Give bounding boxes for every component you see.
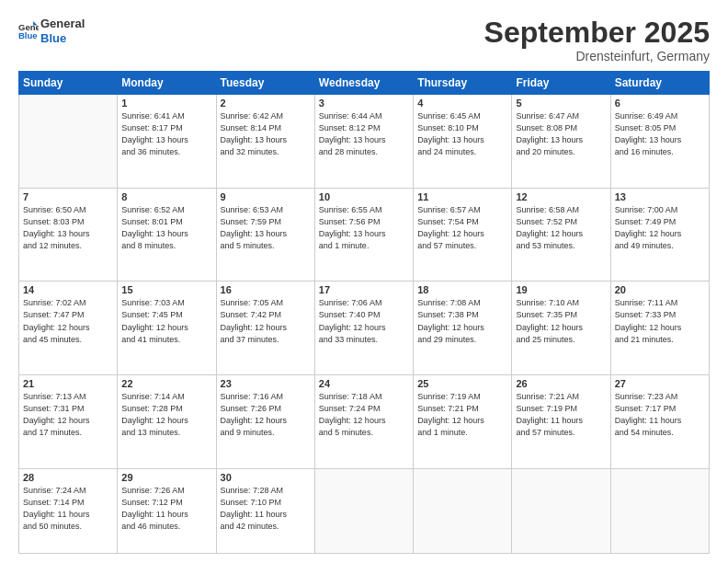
calendar-cell: 7Sunrise: 6:50 AM Sunset: 8:03 PM Daylig… bbox=[19, 188, 118, 282]
day-number: 3 bbox=[319, 98, 409, 109]
day-detail: Sunrise: 7:05 AM Sunset: 7:42 PM Dayligh… bbox=[221, 297, 311, 345]
calendar-cell: 4Sunrise: 6:45 AM Sunset: 8:10 PM Daylig… bbox=[414, 95, 512, 189]
day-number: 29 bbox=[121, 472, 211, 483]
day-number: 26 bbox=[516, 378, 606, 389]
location: Drensteinfurt, Germany bbox=[484, 49, 710, 63]
week-row-3: 21Sunrise: 7:13 AM Sunset: 7:31 PM Dayli… bbox=[19, 375, 710, 469]
day-detail: Sunrise: 6:55 AM Sunset: 7:56 PM Dayligh… bbox=[319, 204, 409, 252]
calendar-cell: 2Sunrise: 6:42 AM Sunset: 8:14 PM Daylig… bbox=[216, 95, 314, 189]
day-detail: Sunrise: 6:45 AM Sunset: 8:10 PM Dayligh… bbox=[417, 110, 507, 158]
day-detail: Sunrise: 7:00 AM Sunset: 7:49 PM Dayligh… bbox=[615, 204, 705, 252]
day-detail: Sunrise: 6:57 AM Sunset: 7:54 PM Dayligh… bbox=[417, 204, 507, 252]
calendar-cell bbox=[19, 95, 118, 189]
day-number: 12 bbox=[516, 191, 606, 202]
day-detail: Sunrise: 6:50 AM Sunset: 8:03 PM Dayligh… bbox=[23, 204, 113, 252]
day-number: 13 bbox=[615, 191, 705, 202]
day-detail: Sunrise: 7:26 AM Sunset: 7:12 PM Dayligh… bbox=[121, 485, 211, 533]
calendar-cell: 8Sunrise: 6:52 AM Sunset: 8:01 PM Daylig… bbox=[118, 188, 216, 282]
day-detail: Sunrise: 7:21 AM Sunset: 7:19 PM Dayligh… bbox=[516, 391, 606, 439]
day-number: 10 bbox=[319, 191, 409, 202]
calendar-cell: 15Sunrise: 7:03 AM Sunset: 7:45 PM Dayli… bbox=[118, 282, 216, 375]
calendar-cell: 20Sunrise: 7:11 AM Sunset: 7:33 PM Dayli… bbox=[610, 282, 709, 375]
calendar-cell: 9Sunrise: 6:53 AM Sunset: 7:59 PM Daylig… bbox=[216, 188, 314, 282]
calendar-cell: 5Sunrise: 6:47 AM Sunset: 8:08 PM Daylig… bbox=[512, 95, 610, 189]
header: General Blue General Blue September 2025… bbox=[18, 17, 710, 63]
day-detail: Sunrise: 7:08 AM Sunset: 7:38 PM Dayligh… bbox=[417, 297, 507, 345]
calendar-cell: 16Sunrise: 7:05 AM Sunset: 7:42 PM Dayli… bbox=[216, 282, 314, 375]
day-detail: Sunrise: 7:18 AM Sunset: 7:24 PM Dayligh… bbox=[319, 391, 409, 439]
week-row-0: 1Sunrise: 6:41 AM Sunset: 8:17 PM Daylig… bbox=[19, 95, 710, 189]
calendar-cell: 12Sunrise: 6:58 AM Sunset: 7:52 PM Dayli… bbox=[512, 188, 610, 282]
day-number: 14 bbox=[23, 284, 113, 295]
calendar-cell bbox=[314, 468, 413, 553]
day-detail: Sunrise: 7:06 AM Sunset: 7:40 PM Dayligh… bbox=[319, 297, 409, 345]
calendar-cell bbox=[512, 468, 610, 553]
calendar-cell: 1Sunrise: 6:41 AM Sunset: 8:17 PM Daylig… bbox=[118, 95, 216, 189]
calendar-cell: 27Sunrise: 7:23 AM Sunset: 7:17 PM Dayli… bbox=[610, 375, 709, 469]
day-number: 25 bbox=[417, 378, 507, 389]
week-row-1: 7Sunrise: 6:50 AM Sunset: 8:03 PM Daylig… bbox=[19, 188, 710, 282]
day-detail: Sunrise: 7:10 AM Sunset: 7:35 PM Dayligh… bbox=[516, 297, 606, 345]
calendar-table: SundayMondayTuesdayWednesdayThursdayFrid… bbox=[18, 71, 710, 554]
day-number: 22 bbox=[121, 378, 211, 389]
weekday-wednesday: Wednesday bbox=[314, 72, 413, 95]
day-detail: Sunrise: 6:42 AM Sunset: 8:14 PM Dayligh… bbox=[221, 110, 311, 158]
day-number: 2 bbox=[221, 98, 311, 109]
day-detail: Sunrise: 6:47 AM Sunset: 8:08 PM Dayligh… bbox=[516, 110, 606, 158]
day-detail: Sunrise: 7:13 AM Sunset: 7:31 PM Dayligh… bbox=[23, 391, 113, 439]
page: General Blue General Blue September 2025… bbox=[0, 0, 728, 563]
calendar-cell: 30Sunrise: 7:28 AM Sunset: 7:10 PM Dayli… bbox=[216, 468, 314, 553]
calendar-cell: 11Sunrise: 6:57 AM Sunset: 7:54 PM Dayli… bbox=[414, 188, 512, 282]
calendar-cell: 18Sunrise: 7:08 AM Sunset: 7:38 PM Dayli… bbox=[414, 282, 512, 375]
day-number: 6 bbox=[615, 98, 705, 109]
day-number: 5 bbox=[516, 98, 606, 109]
day-detail: Sunrise: 7:11 AM Sunset: 7:33 PM Dayligh… bbox=[615, 297, 705, 345]
week-row-2: 14Sunrise: 7:02 AM Sunset: 7:47 PM Dayli… bbox=[19, 282, 710, 375]
day-detail: Sunrise: 7:16 AM Sunset: 7:26 PM Dayligh… bbox=[221, 391, 311, 439]
day-number: 20 bbox=[615, 284, 705, 295]
calendar-cell: 24Sunrise: 7:18 AM Sunset: 7:24 PM Dayli… bbox=[314, 375, 413, 469]
day-detail: Sunrise: 6:58 AM Sunset: 7:52 PM Dayligh… bbox=[516, 204, 606, 252]
day-number: 24 bbox=[319, 378, 409, 389]
weekday-friday: Friday bbox=[512, 72, 610, 95]
day-number: 23 bbox=[221, 378, 311, 389]
day-number: 21 bbox=[23, 378, 113, 389]
title-block: September 2025 Drensteinfurt, Germany bbox=[484, 17, 710, 63]
day-detail: Sunrise: 6:44 AM Sunset: 8:12 PM Dayligh… bbox=[319, 110, 409, 158]
day-detail: Sunrise: 7:24 AM Sunset: 7:14 PM Dayligh… bbox=[23, 485, 113, 533]
calendar-cell: 23Sunrise: 7:16 AM Sunset: 7:26 PM Dayli… bbox=[216, 375, 314, 469]
day-number: 9 bbox=[221, 191, 311, 202]
calendar-cell: 17Sunrise: 7:06 AM Sunset: 7:40 PM Dayli… bbox=[314, 282, 413, 375]
calendar-cell bbox=[610, 468, 709, 553]
calendar-cell: 3Sunrise: 6:44 AM Sunset: 8:12 PM Daylig… bbox=[314, 95, 413, 189]
calendar-cell: 28Sunrise: 7:24 AM Sunset: 7:14 PM Dayli… bbox=[19, 468, 118, 553]
logo-icon: General Blue bbox=[18, 21, 39, 41]
logo: General Blue General Blue bbox=[18, 17, 85, 45]
day-detail: Sunrise: 6:52 AM Sunset: 8:01 PM Dayligh… bbox=[121, 204, 211, 252]
day-number: 7 bbox=[23, 191, 113, 202]
day-number: 19 bbox=[516, 284, 606, 295]
day-detail: Sunrise: 7:23 AM Sunset: 7:17 PM Dayligh… bbox=[615, 391, 705, 439]
calendar-cell: 29Sunrise: 7:26 AM Sunset: 7:12 PM Dayli… bbox=[118, 468, 216, 553]
day-number: 17 bbox=[319, 284, 409, 295]
logo-general: General bbox=[40, 17, 85, 31]
calendar-cell: 21Sunrise: 7:13 AM Sunset: 7:31 PM Dayli… bbox=[19, 375, 118, 469]
weekday-sunday: Sunday bbox=[19, 72, 118, 95]
calendar-cell: 19Sunrise: 7:10 AM Sunset: 7:35 PM Dayli… bbox=[512, 282, 610, 375]
calendar-cell: 13Sunrise: 7:00 AM Sunset: 7:49 PM Dayli… bbox=[610, 188, 709, 282]
day-number: 27 bbox=[615, 378, 705, 389]
weekday-saturday: Saturday bbox=[610, 72, 709, 95]
calendar-cell: 25Sunrise: 7:19 AM Sunset: 7:21 PM Dayli… bbox=[414, 375, 512, 469]
day-number: 15 bbox=[121, 284, 211, 295]
day-detail: Sunrise: 7:19 AM Sunset: 7:21 PM Dayligh… bbox=[417, 391, 507, 439]
calendar-cell: 10Sunrise: 6:55 AM Sunset: 7:56 PM Dayli… bbox=[314, 188, 413, 282]
weekday-header-row: SundayMondayTuesdayWednesdayThursdayFrid… bbox=[19, 72, 710, 95]
calendar-cell: 26Sunrise: 7:21 AM Sunset: 7:19 PM Dayli… bbox=[512, 375, 610, 469]
day-detail: Sunrise: 7:02 AM Sunset: 7:47 PM Dayligh… bbox=[23, 297, 113, 345]
day-number: 1 bbox=[121, 98, 211, 109]
day-detail: Sunrise: 6:49 AM Sunset: 8:05 PM Dayligh… bbox=[615, 110, 705, 158]
day-detail: Sunrise: 6:41 AM Sunset: 8:17 PM Dayligh… bbox=[121, 110, 211, 158]
day-number: 28 bbox=[23, 472, 113, 483]
calendar-cell: 22Sunrise: 7:14 AM Sunset: 7:28 PM Dayli… bbox=[118, 375, 216, 469]
calendar-cell: 6Sunrise: 6:49 AM Sunset: 8:05 PM Daylig… bbox=[610, 95, 709, 189]
